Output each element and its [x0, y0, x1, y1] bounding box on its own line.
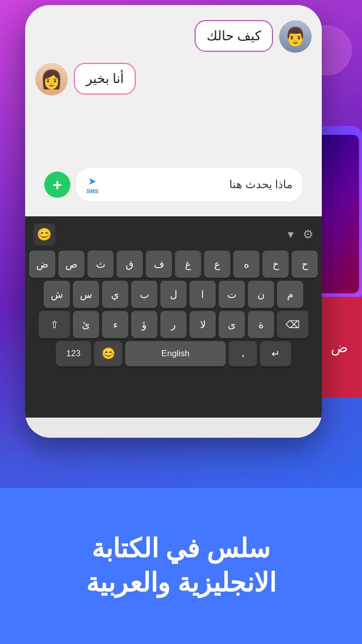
kb-right-icons: ▼ ⚙ [286, 227, 314, 242]
key-لا[interactable]: لا [190, 311, 216, 338]
kb-row-1: ض ص ث ق ف غ ع ه خ ح [29, 251, 318, 278]
key-ه[interactable]: ه [233, 251, 259, 278]
key-ع[interactable]: ع [204, 251, 230, 278]
key-ح[interactable]: ح [292, 251, 318, 278]
kb-top-bar: 😊 ▼ ⚙ [29, 221, 318, 251]
avatar-female: 👩 [35, 63, 68, 96]
bubble-2: أنا بخير [74, 63, 136, 95]
input-bar: + ماذا يحدث هنا ➤ SMS [35, 163, 312, 206]
phone-body: كيف حالك 👨 👩 أنا بخير + [25, 5, 322, 438]
avatar-male: 👨 [279, 20, 312, 53]
chat-area: كيف حالك 👨 👩 أنا بخير + [25, 5, 322, 216]
bottom-headline-2: الانجليزية والعربية [86, 566, 276, 600]
key-ق[interactable]: ق [117, 251, 143, 278]
send-icon: ➤ [88, 175, 97, 187]
key-ا[interactable]: ا [190, 281, 216, 308]
keyboard: 😊 ▼ ⚙ ض ص ث ق ف غ ع ه خ ح [25, 216, 322, 418]
key-ة[interactable]: ة [248, 311, 274, 338]
key-ى[interactable]: ى [219, 311, 245, 338]
add-button[interactable]: + [44, 172, 70, 198]
kb-row-2: ش س ي ب ل ا ت ن م [29, 281, 318, 308]
key-ف[interactable]: ف [146, 251, 172, 278]
space-key[interactable]: English [125, 341, 226, 366]
message-row-1: كيف حالك 👨 [35, 20, 312, 53]
num-key[interactable]: 123 [56, 341, 91, 366]
kb-row-3: ⇧ ئ ء ؤ ر لا ى ة ⌫ [29, 311, 318, 338]
input-text: ماذا يحدث هنا [229, 178, 293, 191]
bubble-1: كيف حالك [195, 20, 273, 52]
key-ؤ[interactable]: ؤ [131, 311, 157, 338]
key-ض[interactable]: ض [29, 251, 55, 278]
backspace-key[interactable]: ⌫ [277, 311, 308, 338]
key-ش[interactable]: ش [44, 281, 70, 308]
message-row-2: 👩 أنا بخير [35, 63, 312, 96]
shift-icon: ⇧ [50, 318, 59, 331]
send-label: SMS [86, 188, 99, 194]
backspace-icon: ⌫ [286, 318, 300, 331]
shift-key[interactable]: ⇧ [39, 311, 70, 338]
key-غ[interactable]: غ [175, 251, 201, 278]
emoji-button[interactable]: 😊 [33, 223, 55, 246]
key-ر[interactable]: ر [160, 311, 187, 338]
key-ت[interactable]: ت [219, 281, 245, 308]
key-س[interactable]: س [73, 281, 99, 308]
send-button[interactable]: ➤ SMS [86, 175, 99, 194]
chevron-down-icon[interactable]: ▼ [286, 229, 296, 240]
key-ل[interactable]: ل [160, 281, 187, 308]
key-ئ[interactable]: ئ [73, 311, 99, 338]
bubble-2-text: أنا بخير [86, 71, 124, 86]
enter-key[interactable]: ↵ [260, 341, 291, 366]
key-ب[interactable]: ب [131, 281, 157, 308]
comma-key[interactable]: ، [229, 341, 257, 366]
key-ن[interactable]: ن [248, 281, 274, 308]
bubble-1-text: كيف حالك [207, 28, 261, 43]
key-ي[interactable]: ي [102, 281, 128, 308]
emoji-bottom-key[interactable]: 😊 [94, 341, 122, 366]
settings-icon[interactable]: ⚙ [303, 227, 314, 242]
key-م[interactable]: م [277, 281, 303, 308]
key-خ[interactable]: خ [262, 251, 289, 278]
phone-container: كيف حالك 👨 👩 أنا بخير + [25, 5, 317, 443]
key-ء[interactable]: ء [102, 311, 128, 338]
bottom-text-area: سلس في الكتابة الانجليزية والعربية [0, 488, 362, 644]
bottom-headline-1: سلس في الكتابة [92, 532, 271, 566]
input-field[interactable]: ماذا يحدث هنا ➤ SMS [76, 168, 303, 201]
emoji-icon: 😊 [37, 227, 52, 242]
kb-bottom-row: 123 😊 English ، ↵ [29, 341, 318, 366]
key-ص[interactable]: ص [58, 251, 84, 278]
key-ث[interactable]: ث [87, 251, 114, 278]
